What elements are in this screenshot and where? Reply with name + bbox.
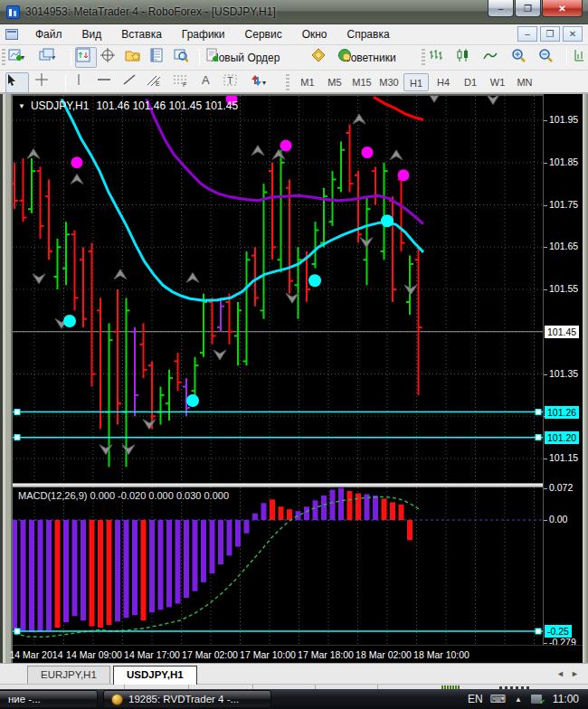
toolbar-separator — [566, 49, 567, 66]
current-price-box: 101.45 — [545, 326, 579, 338]
horizontal-line-objects[interactable] — [13, 410, 543, 440]
close-button[interactable]: ✕ — [542, 0, 583, 17]
crosshair-tool-button[interactable] — [34, 72, 58, 93]
line-chart-type-button[interactable] — [482, 47, 506, 68]
chart-symbol-period: USDJPY,H1 — [31, 99, 89, 112]
menu-item-окно[interactable]: Окно — [292, 25, 337, 43]
mdi-restore-button[interactable]: ❐ — [540, 26, 560, 42]
terminal-button[interactable] — [148, 47, 170, 68]
indicators-button-clipped[interactable] — [572, 47, 588, 68]
candlestick-type-button[interactable] — [455, 47, 479, 68]
price-tick-label: 101.55 — [549, 283, 578, 294]
show-hidden-icons-arrow[interactable]: ▲ — [515, 695, 522, 704]
time-axis[interactable]: 14 Mar 201414 Mar 09:0014 Mar 17:0017 Ma… — [13, 645, 583, 663]
band-line-red — [374, 97, 423, 119]
toolbar-grip[interactable] — [2, 49, 5, 66]
tab-scroll-left-icon[interactable]: ◄ — [556, 669, 564, 678]
menu-item-файл[interactable]: Файл — [25, 25, 72, 43]
rvdtrader-app-icon — [111, 694, 123, 705]
keyboard-layout-icon[interactable]: ⌨ — [490, 693, 506, 705]
menu-item-сервис[interactable]: Сервис — [235, 25, 292, 43]
menu-item-вид[interactable]: Вид — [72, 25, 112, 43]
chart-ohlc-quotes: 101.46 101.46 101.45 101.45 — [96, 99, 238, 112]
text-label-tool[interactable]: T — [223, 72, 244, 93]
taskbar-app-button-truncated[interactable]: ние -... — [0, 690, 98, 708]
timeframe-button-h1[interactable]: H1 — [403, 73, 429, 91]
taskbar-app-button-rvdtrader[interactable]: 19285: RVDTrader 4 -... — [103, 690, 271, 708]
network-status-icon[interactable] — [531, 695, 542, 704]
mdi-minimize-button[interactable]: – — [517, 26, 537, 42]
tab-scroll-right-icon[interactable]: ► — [571, 669, 579, 678]
menu-item-графики[interactable]: Графики — [172, 25, 235, 43]
chart-header-dropdown-icon[interactable]: ▼ — [18, 102, 25, 110]
timeframe-button-m1[interactable]: M1 — [295, 73, 320, 91]
metatrader-app-icon — [6, 5, 20, 19]
axis-tick — [544, 247, 547, 248]
zoom-out-button[interactable] — [537, 47, 561, 68]
equidistant-channel-tool[interactable]: E — [145, 72, 168, 93]
timeframe-button-m30[interactable]: M30 — [376, 73, 402, 91]
timeframe-button-m5[interactable]: M5 — [322, 73, 347, 91]
title-bar[interactable]: 3014953: MetaTrader 4 - RoboForex - [USD… — [0, 0, 588, 24]
chart-window-icon[interactable] — [5, 29, 18, 40]
trendline-tool[interactable] — [121, 72, 143, 93]
profiles-button[interactable]: ▾ — [38, 47, 67, 68]
axis-tick — [544, 458, 547, 459]
time-axis-label: 14 Mar 17:00 — [124, 649, 180, 660]
time-axis-label: 18 Mar 10:00 — [413, 649, 469, 660]
windows-taskbar: ние -... 19285: RVDTrader 4 -... EN ⌨ ▲ … — [0, 689, 588, 709]
macd-hline-object[interactable] — [13, 629, 543, 634]
menu-item-вставка[interactable]: Вставка — [111, 25, 172, 43]
metaeditor-button[interactable] — [309, 47, 333, 68]
new-chart-button[interactable]: ▾ — [7, 47, 36, 68]
navigator-button[interactable] — [124, 47, 146, 68]
language-indicator[interactable]: EN — [468, 693, 483, 705]
time-axis-label: 14 Mar 2014 — [10, 649, 63, 660]
market-watch-button[interactable] — [75, 47, 97, 68]
new-order-button[interactable]: Новый Ордер — [204, 47, 282, 68]
macd-indicator-pane[interactable]: MACD(12,26,9) 0.000 -0.020 0.000 0.030 0… — [13, 487, 543, 645]
horizontal-line-tool[interactable] — [96, 72, 118, 93]
data-window-button[interactable] — [100, 47, 121, 68]
bar-chart-type-button[interactable] — [428, 47, 451, 68]
chart-tab-eurjpy-h1[interactable]: EURJPY,H1 — [27, 666, 110, 685]
timeframe-button-m15[interactable]: M15 — [349, 73, 375, 91]
vertical-line-tool[interactable] — [72, 72, 92, 93]
minimize-button[interactable]: – — [488, 0, 514, 17]
timeframe-button-d1[interactable]: D1 — [458, 73, 483, 91]
taskbar-clock[interactable]: 11:00 — [553, 693, 579, 705]
fibonacci-tool[interactable]: F — [172, 72, 195, 93]
axis-tick — [544, 488, 547, 489]
menu-bar: ФайлВидВставкаГрафикиСервисОкноСправка –… — [0, 24, 588, 45]
standard-toolbar: ▾ ▾ Новый Ордер Советники — [0, 45, 588, 71]
timeframe-button-h4[interactable]: H4 — [431, 73, 456, 91]
zoom-in-button[interactable] — [510, 47, 534, 68]
macd-canvas[interactable] — [13, 487, 543, 645]
maximize-button[interactable]: ❐ — [515, 0, 541, 17]
axis-tick — [544, 163, 547, 164]
price-chart-pane[interactable]: ▼ USDJPY,H1 101.46 101.46 101.45 101.45 — [13, 96, 543, 483]
arrows-tool-button[interactable]: ▾ — [248, 72, 279, 93]
toolbar-grip[interactable] — [422, 49, 425, 66]
time-axis-label: 17 Mar 10:00 — [240, 649, 296, 660]
text-tool[interactable]: A — [199, 72, 219, 93]
price-bars — [13, 125, 422, 468]
menu-item-справка[interactable]: Справка — [337, 25, 400, 43]
time-axis-label: 14 Mar 09:00 — [66, 649, 122, 660]
time-axis-label: 17 Mar 02:00 — [182, 649, 238, 660]
chart-tab-usdjpy-h1[interactable]: USDJPY,H1 — [113, 666, 197, 685]
macd-indicator-label: MACD(12,26,9) 0.000 -0.020 0.000 0.030 0… — [18, 490, 229, 501]
macd-histogram — [13, 488, 413, 632]
svg-text:E: E — [156, 80, 160, 87]
price-chart-canvas[interactable] — [13, 96, 543, 483]
timeframe-button-mn[interactable]: MN — [512, 73, 537, 91]
cursor-tool-button[interactable] — [5, 72, 29, 93]
mdi-close-button[interactable]: ✕ — [563, 26, 583, 42]
toolbar-grip[interactable] — [286, 74, 289, 91]
strategy-tester-button[interactable] — [173, 47, 194, 68]
price-tick-label: 101.15 — [549, 452, 578, 463]
price-axis[interactable]: 101.95101.85101.75101.65101.55101.35101.… — [543, 94, 583, 663]
timeframe-button-w1[interactable]: W1 — [485, 73, 510, 91]
expert-advisors-button[interactable]: Советники — [337, 47, 399, 68]
window-left-frame — [0, 94, 13, 689]
